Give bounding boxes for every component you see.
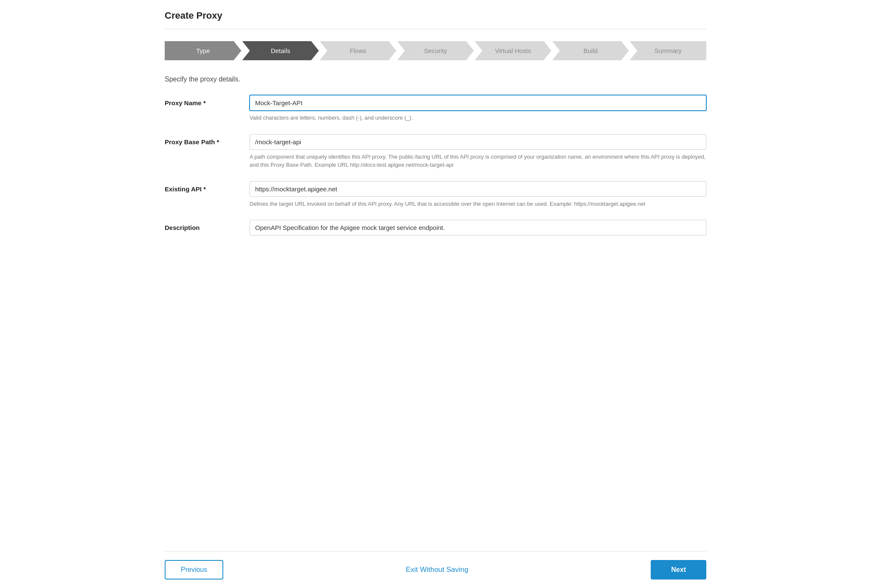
proxy-name-input[interactable] [250,95,706,111]
proxy-base-path-input[interactable] [250,134,706,150]
existing-api-row: Existing API * Defines the target URL in… [165,181,706,208]
footer: Previous Exit Without Saving Next [165,551,706,588]
step-security-label: Security [424,47,447,54]
existing-api-label: Existing API * [165,181,250,193]
step-flows[interactable]: Flows [320,41,396,60]
proxy-base-path-hint: A path component that uniquely identifie… [250,153,706,169]
proxy-name-hint: Valid characters are letters, numbers, d… [250,114,706,122]
existing-api-required: * [203,185,206,193]
proxy-name-field-wrapper: Valid characters are letters, numbers, d… [250,95,706,122]
proxy-base-path-field-wrapper: A path component that uniquely identifie… [250,134,706,169]
proxy-name-label: Proxy Name * [165,95,250,106]
step-type-label: Type [196,47,210,54]
proxy-base-path-row: Proxy Base Path * A path component that … [165,134,706,169]
section-subtitle: Specify the proxy details. [165,76,706,83]
title-divider [165,29,706,29]
step-security[interactable]: Security [397,41,474,60]
step-type[interactable]: Type [165,41,242,60]
description-input[interactable] [250,220,706,235]
next-button[interactable]: Next [651,560,706,580]
form-section: Specify the proxy details. Proxy Name * … [165,76,706,551]
exit-button[interactable]: Exit Without Saving [406,566,468,574]
proxy-base-path-required: * [217,138,219,146]
step-build-label: Build [584,47,598,54]
step-virtual-hosts[interactable]: Virtual Hosts [475,41,551,60]
page-title: Create Proxy [165,10,706,21]
step-virtual-hosts-label: Virtual Hosts [495,47,531,54]
proxy-name-row: Proxy Name * Valid characters are letter… [165,95,706,122]
description-row: Description [165,220,706,235]
description-field-wrapper [250,220,706,235]
previous-button[interactable]: Previous [165,560,223,580]
step-summary-label: Summary [655,47,682,54]
existing-api-hint: Defines the target URL invoked on behalf… [250,200,706,208]
existing-api-input[interactable] [250,181,706,197]
existing-api-field-wrapper: Defines the target URL invoked on behalf… [250,181,706,208]
step-summary[interactable]: Summary [629,41,706,60]
step-details-label: Details [271,47,290,54]
proxy-base-path-label: Proxy Base Path * [165,134,250,146]
step-flows-label: Flows [350,47,366,54]
stepper: Type Details Flows Security Virtual Host… [165,41,706,60]
description-label: Description [165,220,250,231]
proxy-name-required: * [203,99,206,106]
step-build[interactable]: Build [552,41,629,60]
step-details[interactable]: Details [242,41,319,60]
